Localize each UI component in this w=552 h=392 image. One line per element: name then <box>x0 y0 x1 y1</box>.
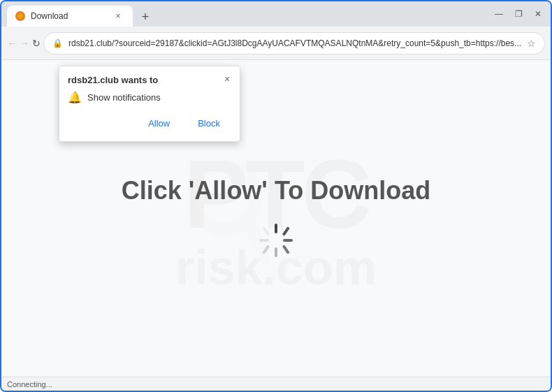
allow-button[interactable]: Allow <box>137 114 181 133</box>
svg-line-7 <box>264 246 268 252</box>
profile-button[interactable]: ⊙ <box>548 32 552 55</box>
tab-strip: Download × + <box>7 1 492 27</box>
popup-title: rdsb21.club wants to <box>68 75 231 85</box>
notification-popup: × rdsb21.club wants to 🔔 Show notificati… <box>59 66 240 142</box>
nav-right-icons: ⊙ ⋮ <box>548 32 552 55</box>
new-tab-button[interactable]: + <box>136 7 155 27</box>
page-main-content: Click 'Allow' To Download <box>122 176 430 261</box>
active-tab[interactable]: Download × <box>7 6 133 27</box>
forward-button[interactable]: → <box>20 32 29 55</box>
window-controls: — ❐ ✕ <box>492 7 545 21</box>
title-bar: Download × + — ❐ ✕ <box>1 1 551 27</box>
svg-line-9 <box>264 228 268 233</box>
loading-spinner <box>255 219 297 261</box>
block-button[interactable]: Block <box>187 114 231 133</box>
popup-close-button[interactable]: × <box>220 72 234 86</box>
page-content: PTC risk.com Click 'Allow' To Download <box>1 60 551 377</box>
refresh-button[interactable]: ↻ <box>32 32 41 55</box>
popup-notification-text: Show notifications <box>87 92 161 103</box>
download-heading: Click 'Allow' To Download <box>122 176 430 205</box>
browser-window: Download × + — ❐ ✕ ← → ↻ 🔒 rdsb21.club/?… <box>0 0 552 392</box>
navigation-bar: ← → ↻ 🔒 rdsb21.club/?sourceid=29187&clic… <box>1 27 551 60</box>
bookmark-icon[interactable]: ☆ <box>527 38 536 49</box>
lock-icon: 🔒 <box>52 38 63 48</box>
address-text: rdsb21.club/?sourceid=29187&clickid=AGtJ… <box>68 38 521 48</box>
address-bar[interactable]: 🔒 rdsb21.club/?sourceid=29187&clickid=AG… <box>43 32 545 55</box>
minimize-button[interactable]: — <box>492 7 506 21</box>
back-button[interactable]: ← <box>7 32 17 55</box>
tab-close-button[interactable]: × <box>112 10 124 22</box>
tab-title: Download <box>31 11 106 21</box>
status-bar: Connecting... <box>1 377 551 391</box>
popup-notification-row: 🔔 Show notifications <box>68 91 231 104</box>
bell-icon: 🔔 <box>68 91 82 104</box>
svg-line-3 <box>284 228 288 233</box>
svg-line-5 <box>284 246 288 252</box>
status-text: Connecting... <box>7 380 52 389</box>
popup-action-buttons: Allow Block <box>68 114 231 133</box>
tab-favicon <box>15 11 25 21</box>
close-button[interactable]: ✕ <box>531 7 545 21</box>
maximize-button[interactable]: ❐ <box>511 7 525 21</box>
